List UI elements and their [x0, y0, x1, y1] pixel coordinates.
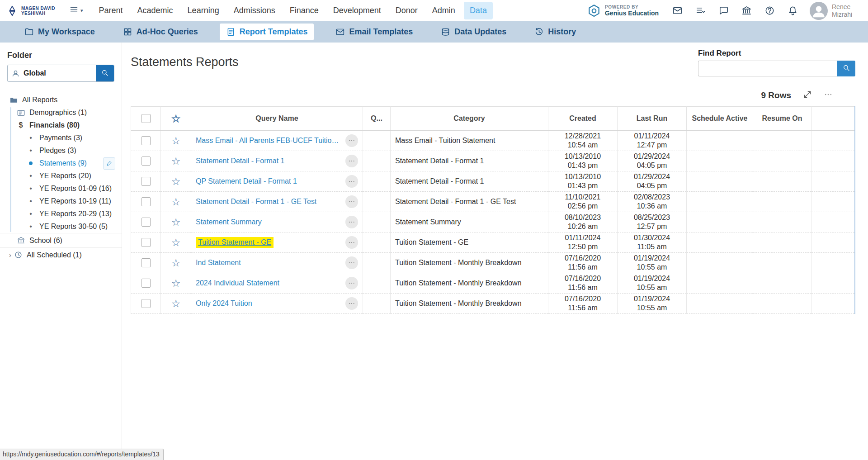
nav-item-donor[interactable]: Donor — [390, 2, 424, 19]
report-link[interactable]: Statement Summary — [196, 218, 262, 226]
find-report-input[interactable] — [698, 61, 837, 76]
cell-resume-on — [753, 151, 811, 171]
report-link[interactable]: Tuition Statement - GE — [196, 237, 274, 248]
star-icon[interactable]: ☆ — [171, 175, 181, 187]
star-icon[interactable]: ☆ — [171, 277, 181, 289]
nav-item-admin[interactable]: Admin — [426, 2, 461, 19]
star-icon[interactable]: ☆ — [171, 257, 181, 269]
row-actions-button[interactable] — [345, 277, 358, 289]
report-link[interactable]: 2024 Individual Statement — [196, 279, 279, 287]
forms-icon[interactable] — [695, 5, 706, 16]
sidebar-item-pledges-3[interactable]: •Pledges (3) — [0, 144, 122, 157]
column-header-resume-on[interactable]: Resume On — [753, 107, 811, 131]
row-checkbox[interactable] — [142, 177, 151, 186]
star-icon[interactable]: ☆ — [171, 298, 181, 309]
report-link[interactable]: Mass Email - All Parents FEB-UCEF Tuitio… — [196, 137, 342, 145]
chat-icon[interactable] — [718, 5, 729, 16]
sidebar-item-ye-reports-10-19-11[interactable]: •YE Reports 10-19 (11) — [0, 195, 122, 208]
report-link[interactable]: Ind Statement — [196, 259, 241, 267]
tab-history[interactable]: History — [528, 24, 582, 40]
row-checkbox[interactable] — [142, 218, 151, 227]
find-report-search-button[interactable] — [837, 61, 855, 76]
row-checkbox[interactable] — [142, 136, 151, 145]
column-header-last-run[interactable]: Last Run — [618, 107, 687, 131]
row-actions-button[interactable] — [345, 175, 358, 188]
report-link[interactable]: Only 2024 Tuition — [196, 299, 252, 308]
report-link[interactable]: Statement Detail - Format 1 - GE Test — [196, 198, 316, 206]
organization-icon[interactable] — [741, 5, 752, 16]
expand-grid-button[interactable] — [803, 90, 812, 101]
sidebar-item-ye-reports-20[interactable]: •YE Reports (20) — [0, 170, 122, 182]
nav-item-development[interactable]: Development — [327, 2, 387, 19]
grid-menu-button[interactable] — [824, 90, 833, 101]
sidebar-item-ye-reports-30-50-5[interactable]: •YE Reports 30-50 (5) — [0, 220, 122, 233]
sidebar-item-demographics-1[interactable]: Demographics (1) — [0, 106, 122, 119]
row-checkbox[interactable] — [142, 238, 151, 247]
last-run-time: 10:55 am — [622, 304, 682, 313]
row-checkbox[interactable] — [142, 156, 151, 166]
row-actions-button[interactable] — [345, 297, 358, 310]
sidebar-item-school-6[interactable]: School (6) — [0, 233, 122, 247]
tab-data-updates[interactable]: Data Updates — [434, 24, 513, 40]
hamburger-menu-button[interactable]: ▾ — [69, 5, 83, 16]
nav-item-parent[interactable]: Parent — [93, 2, 129, 19]
tab-my-workspace[interactable]: My Workspace — [18, 24, 101, 40]
row-checkbox[interactable] — [142, 279, 151, 288]
tab-ad-hoc-queries[interactable]: Ad-Hoc Queries — [117, 24, 204, 40]
star-icon[interactable]: ☆ — [171, 135, 181, 147]
column-header-query-name[interactable]: Query Name — [191, 107, 363, 131]
sidebar-item-statements-9[interactable]: Statements (9) — [0, 157, 122, 170]
row-actions-button[interactable] — [345, 216, 358, 228]
folder-search-input[interactable] — [23, 65, 96, 81]
row-actions-button[interactable] — [345, 134, 358, 147]
envelope-icon[interactable] — [672, 5, 683, 16]
user-menu[interactable]: Renee Mizrahi — [810, 2, 861, 20]
tab-email-templates[interactable]: Email Templates — [329, 24, 419, 40]
row-actions-button[interactable] — [345, 256, 358, 269]
sidebar-item-all-scheduled-1[interactable]: ›All Scheduled (1) — [0, 247, 122, 262]
bullet-icon: • — [26, 147, 35, 155]
cell-category: Statement Summary — [391, 212, 548, 232]
row-checkbox[interactable] — [142, 197, 151, 206]
nav-item-data[interactable]: Data — [464, 2, 493, 19]
bullet-icon: • — [26, 197, 35, 205]
star-icon[interactable]: ☆ — [171, 155, 181, 167]
row-actions-button[interactable] — [345, 195, 358, 208]
nav-item-academic[interactable]: Academic — [132, 2, 179, 19]
cell-schedule-active — [687, 171, 753, 192]
column-header-created[interactable]: Created — [548, 107, 618, 131]
genius-education-text: Genius Education — [605, 9, 659, 17]
sidebar-item-ye-reports-01-09-16[interactable]: •YE Reports 01-09 (16) — [0, 182, 122, 195]
row-checkbox[interactable] — [142, 299, 151, 308]
star-icon[interactable]: ☆ — [171, 237, 181, 248]
column-header-q[interactable]: Q... — [363, 107, 391, 131]
last-run-time: 04:05 pm — [622, 181, 682, 190]
help-icon[interactable] — [764, 5, 775, 16]
column-header-category[interactable]: Category — [391, 107, 548, 131]
row-checkbox[interactable] — [142, 258, 151, 267]
sidebar-item-all-reports[interactable]: All Reports — [0, 94, 122, 106]
cell-schedule-active — [687, 294, 753, 314]
report-link[interactable]: QP Statement Detail - Format 1 — [196, 177, 297, 185]
rows-count: 9 Rows — [761, 90, 791, 100]
nav-item-admissions[interactable]: Admissions — [228, 2, 281, 19]
row-actions-button[interactable] — [345, 236, 358, 249]
sidebar-item-ye-reports-20-29-13[interactable]: •YE Reports 20-29 (13) — [0, 208, 122, 220]
star-icon[interactable]: ☆ — [171, 216, 181, 228]
folder-search-button[interactable] — [96, 65, 114, 81]
edit-folder-button[interactable] — [103, 157, 115, 170]
row-actions-button[interactable] — [345, 155, 358, 167]
column-header-schedule-active[interactable]: Schedule Active — [687, 107, 753, 131]
cell-favorite: ☆ — [161, 192, 191, 212]
sidebar-item-payments-3[interactable]: •Payments (3) — [0, 132, 122, 144]
star-icon[interactable]: ☆ — [171, 196, 181, 208]
tab-report-templates[interactable]: Report Templates — [220, 24, 314, 40]
query-name-wrap: Statement Summary — [196, 216, 358, 228]
nav-item-learning[interactable]: Learning — [182, 2, 225, 19]
select-all-checkbox[interactable] — [142, 114, 151, 123]
sidebar-item-financials-80[interactable]: $Financials (80) — [0, 119, 122, 132]
bell-icon[interactable] — [788, 5, 798, 16]
school-logo[interactable]: MAGEN DAVID YESHIVAH — [6, 5, 63, 17]
nav-item-finance[interactable]: Finance — [284, 2, 325, 19]
report-link[interactable]: Statement Detail - Format 1 — [196, 157, 285, 165]
